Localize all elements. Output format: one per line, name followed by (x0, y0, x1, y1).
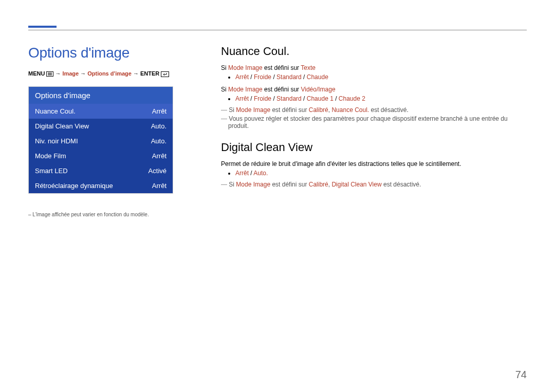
page-number: 74 (515, 369, 527, 381)
menu-row[interactable]: Smart LEDActivé (29, 163, 173, 178)
breadcrumb: MENU → Image → Options d'image → ENTER (28, 70, 193, 77)
option-value: Chaude (307, 73, 328, 81)
mode-image-ref: Mode Image (236, 181, 270, 188)
breadcrumb-arrow: → (133, 70, 139, 77)
breadcrumb-enter-label: ENTER (140, 70, 159, 77)
option-value: Standard (276, 73, 302, 81)
menu-row-label: Nuance Coul. (35, 107, 76, 115)
text: est défini sur (270, 181, 309, 188)
breadcrumb-image: Image (62, 70, 79, 77)
enter-icon (161, 70, 169, 77)
separator: / (249, 170, 253, 177)
nuance-heading: Nuance Coul. (221, 45, 527, 58)
option-value: Arrêt (235, 73, 249, 81)
text: Si (229, 106, 236, 114)
separator: / (302, 95, 307, 102)
text: est défini sur (263, 86, 301, 93)
nuance-bullets-video: Arrêt / Froide / Standard / Chaude 1 / C… (221, 95, 527, 102)
nuance-ref: Nuance Coul. (331, 106, 369, 114)
mode-image-ref: Mode Image (236, 106, 270, 114)
text: est défini sur (270, 106, 309, 114)
separator: / (249, 95, 254, 102)
menu-row[interactable]: Nuance Coul.Arrêt (29, 104, 173, 119)
menu-icon (46, 70, 53, 77)
menu-row-value: Auto. (151, 122, 166, 130)
mode-image-ref: Mode Image (228, 86, 263, 93)
dcv-ref: Digital Clean View (331, 181, 381, 188)
text: Si (229, 181, 236, 188)
option-value: Froide (254, 73, 271, 81)
menu-panel-body: Nuance Coul.ArrêtDigital Clean ViewAuto.… (29, 104, 173, 193)
menu-row-label: Mode Film (35, 152, 66, 160)
top-accent-bar (28, 26, 57, 28)
nuance-line1: Si Mode Image est défini sur Texte (221, 63, 527, 72)
dcv-heading: Digital Clean View (221, 141, 527, 154)
text: est défini sur (263, 64, 301, 71)
menu-row[interactable]: Mode FilmArrêt (29, 148, 173, 163)
menu-row-value: Auto. (151, 137, 166, 145)
text: est désactivé. (382, 181, 421, 188)
menu-row[interactable]: Niv. noir HDMIAuto. (29, 134, 173, 148)
text: Si (221, 86, 228, 93)
option-value: Arrêt (235, 95, 249, 102)
option-value: Arrêt (235, 170, 249, 177)
dcv-note-calibre: Si Mode Image est défini sur Calibré, Di… (221, 181, 527, 188)
separator: / (271, 95, 276, 102)
breadcrumb-arrow: → (80, 70, 86, 77)
option-list: Arrêt / Auto. (235, 170, 527, 177)
model-footnote: – L'image affichée peut varier en foncti… (28, 212, 193, 217)
dcv-bullets: Arrêt / Auto. (221, 170, 527, 177)
menu-row-value: Arrêt (152, 152, 166, 160)
nuance-note-calibre: Si Mode Image est défini sur Calibré, Nu… (221, 106, 527, 114)
video-image-ref: Vidéo/Image (301, 86, 335, 93)
separator: / (249, 73, 254, 81)
nuance-note-external: Vous pouvez régler et stocker des paramè… (221, 115, 527, 129)
calibre-ref: Calibré (309, 106, 328, 114)
breadcrumb-arrow: → (55, 70, 61, 77)
separator: / (271, 73, 276, 81)
option-value: Chaude 2 (339, 95, 365, 102)
nuance-bullets-texte: Arrêt / Froide / Standard / Chaude (221, 73, 527, 81)
menu-row-value: Arrêt (152, 182, 166, 190)
text: Vous pouvez régler et stocker des paramè… (228, 115, 508, 129)
calibre-ref: Calibré (309, 181, 328, 188)
menu-row-label: Niv. noir HDMI (35, 137, 78, 145)
menu-row-label: Smart LED (35, 167, 68, 175)
breadcrumb-menu-label: MENU (28, 70, 45, 77)
option-list: Arrêt / Froide / Standard / Chaude (235, 73, 527, 81)
texte-ref: Texte (301, 64, 316, 71)
option-value: Froide (254, 95, 271, 102)
breadcrumb-options: Options d'image (87, 70, 132, 77)
separator: / (302, 73, 307, 81)
menu-panel-title: Options d'image (29, 87, 173, 104)
top-rule (28, 30, 527, 30)
menu-row-value: Activé (149, 167, 166, 175)
option-list: Arrêt / Froide / Standard / Chaude 1 / C… (235, 95, 527, 102)
menu-row-label: Digital Clean View (35, 122, 89, 130)
option-value: Chaude 1 (307, 95, 334, 102)
section-heading: Options d'image (28, 45, 193, 61)
dcv-desc: Permet de réduire le bruit d'image afin … (221, 159, 527, 169)
menu-row-value: Arrêt (152, 107, 166, 115)
text: Si (221, 64, 228, 71)
option-value: Standard (276, 95, 302, 102)
menu-row-label: Rétroéclairage dynamique (35, 182, 113, 190)
options-menu-panel: Options d'image Nuance Coul.ArrêtDigital… (28, 86, 173, 194)
nuance-line2: Si Mode Image est défini sur Vidéo/Image (221, 85, 527, 94)
option-value: Auto. (253, 170, 268, 177)
separator: / (334, 95, 339, 102)
text: est désactivé. (369, 106, 409, 114)
menu-row[interactable]: Digital Clean ViewAuto. (29, 119, 173, 134)
menu-row[interactable]: Rétroéclairage dynamiqueArrêt (29, 178, 173, 193)
mode-image-ref: Mode Image (228, 64, 263, 71)
